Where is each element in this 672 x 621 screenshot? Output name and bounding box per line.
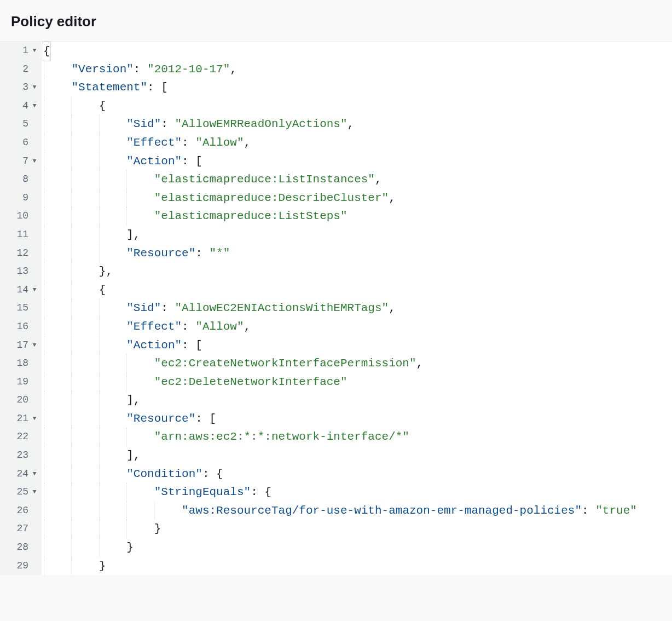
line-number: 1 [22,42,31,60]
line-number: 28 [16,538,31,557]
code-token: "*" [210,247,230,260]
code-line[interactable]: "Condition": { [42,465,672,484]
code-line[interactable]: "elasticmapreduce:ListInstances", [42,170,672,189]
gutter-line: 3▼ [0,78,38,97]
code-token: , [230,63,237,76]
code-token: "Effect" [126,320,182,333]
line-number: 25 [16,483,31,502]
code-line[interactable]: "arn:aws:ec2:*:*:network-interface/*" [42,428,672,446]
line-number: 8 [22,170,31,189]
gutter-line: 18 [0,354,38,373]
fold-arrow-icon[interactable]: ▼ [31,97,38,116]
line-number: 4 [22,97,31,116]
code-line[interactable]: "aws:ResourceTag/for-use-with-amazon-emr… [42,502,672,520]
line-number: 12 [16,244,31,263]
gutter-line: 11 [0,226,38,244]
fold-arrow-icon[interactable]: ▼ [31,465,38,484]
code-line[interactable]: ], [42,226,672,244]
code-token: , [375,173,382,186]
code-line[interactable]: } [42,520,672,538]
code-token: : [ [147,81,168,94]
code-token: "AllowEC2ENIActionsWithEMRTags" [175,302,389,314]
line-number: 16 [16,318,31,336]
code-token: : [161,118,175,130]
code-token: : [582,504,595,517]
line-number: 13 [16,262,31,281]
code-token: } [154,522,161,535]
code-token: "elasticmapreduce:ListInstances" [154,173,375,186]
fold-arrow-icon[interactable]: ▼ [31,281,38,300]
code-line[interactable]: "Statement": [ [42,78,672,97]
fold-arrow-icon[interactable]: ▼ [31,336,38,355]
code-line[interactable]: { [42,281,672,300]
gutter-line: 1▼ [0,42,38,60]
code-token: : { [251,486,271,498]
code-line[interactable]: "elasticmapreduce:DescribeCluster", [42,189,672,208]
line-number: 21 [16,410,31,428]
gutter-line: 29 [0,557,38,576]
code-line[interactable]: { [42,42,672,60]
gutter-line: 13 [0,262,38,281]
code-line[interactable]: ], [42,446,672,465]
line-number: 9 [22,189,31,208]
gutter-line: 22 [0,428,38,446]
line-number: 22 [16,428,31,446]
gutter-line: 8 [0,170,38,189]
code-line[interactable]: { [42,97,672,116]
gutter-line: 28 [0,538,38,557]
line-number: 26 [16,502,31,520]
line-number: 29 [16,557,31,576]
code-area[interactable]: { "Version": "2012-10-17", "Statement": … [42,42,672,575]
code-line[interactable]: ], [42,391,672,410]
gutter-line: 14▼ [0,281,38,300]
code-line[interactable]: "Resource": [ [42,410,672,428]
gutter-line: 15 [0,299,38,318]
line-number: 14 [16,281,31,300]
fold-arrow-icon[interactable]: ▼ [31,152,38,171]
line-number: 10 [16,207,31,226]
line-number: 24 [16,465,31,484]
code-token: "Allow" [195,136,244,149]
fold-arrow-icon[interactable]: ▼ [31,483,38,502]
code-token: { [43,45,50,58]
line-number: 23 [16,446,31,465]
code-line[interactable]: "Effect": "Allow", [42,134,672,152]
code-token: : [182,320,195,333]
code-line[interactable]: "Action": [ [42,336,672,355]
code-line[interactable]: } [42,557,672,576]
code-line[interactable]: "Sid": "AllowEMRReadOnlyActions", [42,115,672,134]
line-number: 27 [16,520,31,538]
code-token: "arn:aws:ec2:*:*:network-interface/*" [154,430,409,443]
code-token: , [244,320,251,333]
editor-header: Policy editor [0,0,672,42]
code-line[interactable]: } [42,538,672,557]
code-token: ], [126,394,140,406]
code-line[interactable]: "Sid": "AllowEC2ENIActionsWithEMRTags", [42,299,672,318]
code-token: : { [202,468,223,480]
fold-arrow-icon[interactable]: ▼ [31,410,38,428]
gutter-line: 6 [0,134,38,152]
code-line[interactable]: "elasticmapreduce:ListSteps" [42,207,672,226]
line-number: 7 [22,152,31,171]
code-token: : [134,63,147,76]
line-number: 19 [16,373,31,392]
gutter-line: 17▼ [0,336,38,355]
code-token: "Sid" [126,118,161,130]
gutter-line: 19 [0,373,38,392]
code-token: : [182,136,195,149]
code-line[interactable]: }, [42,262,672,281]
code-line[interactable]: "Version": "2012-10-17", [42,60,672,79]
code-token: "ec2:DeleteNetworkInterface" [154,376,347,388]
code-line[interactable]: "Resource": "*" [42,244,672,263]
code-line[interactable]: "ec2:DeleteNetworkInterface" [42,373,672,392]
code-line[interactable]: "ec2:CreateNetworkInterfacePermission", [42,354,672,373]
code-line[interactable]: "Effect": "Allow", [42,318,672,336]
line-number: 11 [16,226,31,244]
gutter-line: 5 [0,115,38,134]
fold-arrow-icon[interactable]: ▼ [31,78,38,97]
code-line[interactable]: "Action": [ [42,152,672,171]
code-token: : [ [182,155,202,168]
fold-arrow-icon[interactable]: ▼ [31,42,38,60]
code-editor[interactable]: 1▼23▼4▼567▼891011121314▼151617▼18192021▼… [0,42,672,575]
code-line[interactable]: "StringEquals": { [42,483,672,502]
